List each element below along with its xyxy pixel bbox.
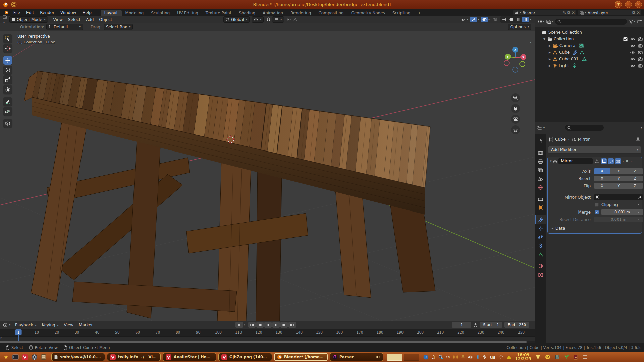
workspace-tab-animation[interactable]: Animation [259, 10, 287, 16]
eye-toggle[interactable] [630, 44, 635, 48]
merge-checkbox[interactable]: ✓ [595, 210, 599, 214]
flip-y-button[interactable]: Y [610, 183, 627, 189]
checkbox-toggle[interactable] [623, 37, 628, 41]
pivot-point-selector[interactable]: ▾ [252, 16, 264, 23]
realtime-display-toggle[interactable] [608, 158, 614, 164]
breadcrumb-object[interactable]: Cube [555, 137, 566, 142]
workspace-tab-rendering[interactable]: Rendering [287, 10, 315, 16]
taskbar-window-parsec[interactable]: Parsec [330, 353, 383, 361]
properties-tab-object-data[interactable] [535, 250, 546, 259]
flip-z-button[interactable]: Z [627, 183, 643, 189]
timeline-ruler[interactable]: 1020304050607080901001101201301401501601… [0, 329, 535, 336]
modifier-close-icon[interactable]: ✕ [626, 159, 629, 163]
new-collection-button[interactable] [637, 19, 642, 24]
outliner-row-camera[interactable]: ▶Camera [535, 42, 644, 49]
timeline-expand-arrow[interactable]: ▸ [1, 336, 2, 339]
window-titlebar[interactable]: Blender* [/home/amalie/Desktop/blender/b… [0, 0, 644, 9]
launcher-favorites-star[interactable]: ★ [2, 353, 10, 361]
unlink-scene-icon[interactable]: ✕ [572, 10, 575, 15]
workspace-tab-modeling[interactable]: Modeling [122, 10, 148, 16]
menu-view[interactable]: View [51, 17, 65, 22]
eyedropper-icon[interactable] [638, 195, 642, 199]
tray-calculator-icon[interactable] [555, 355, 559, 360]
workspace-tab-shading[interactable]: Shading [235, 10, 259, 16]
menu-window[interactable]: Window [57, 10, 79, 15]
tool-measure-button[interactable] [3, 107, 12, 116]
close-button[interactable]: ✕ [635, 1, 642, 8]
taskbar-clock[interactable]: 18:09 12/2/23 [515, 353, 531, 361]
preview-range-toggle[interactable] [473, 323, 478, 327]
new-viewlayer-icon[interactable]: ⧉ [632, 10, 635, 15]
orientation-selector[interactable]: Global ▾ [223, 16, 250, 23]
data-section-header[interactable]: ▸ Data [548, 225, 642, 231]
tray-wifi-icon[interactable] [498, 355, 503, 359]
properties-tab-collection[interactable] [535, 195, 546, 203]
remove-viewlayer-icon[interactable]: ✕ [637, 10, 640, 15]
properties-search-input[interactable] [565, 125, 604, 131]
tool-move-button[interactable] [3, 56, 12, 65]
shading-rendered-button[interactable] [522, 17, 529, 22]
breadcrumb-modifier[interactable]: Mirror [578, 137, 590, 142]
tool-add-cube-button[interactable] [3, 119, 12, 128]
properties-tab-constraints[interactable] [535, 241, 546, 250]
properties-options-chevron[interactable]: ▾ [641, 126, 642, 129]
tray-info-icon[interactable]: i [423, 355, 428, 360]
disclosure-arrow-icon[interactable]: ▶ [549, 64, 553, 67]
scene-selector[interactable]: ▾ Scene ✎ ⧉ ✕ [513, 10, 576, 15]
object-visibility-selector[interactable] [460, 17, 466, 22]
blender-menu-icon[interactable] [3, 11, 8, 15]
modifier-drag-handle[interactable]: ⠿ [631, 160, 633, 163]
playhead[interactable]: 1 [15, 329, 22, 335]
workspace-tab-layout[interactable]: Layout [101, 10, 122, 16]
navigation-gizmo[interactable]: Z X Y [502, 38, 529, 74]
render-display-toggle[interactable] [615, 158, 621, 164]
workspace-tab-compositing[interactable]: Compositing [315, 10, 347, 16]
timeline-menu-keying[interactable]: Keying ▾ [39, 323, 61, 327]
viewport-orthographic-button[interactable] [511, 125, 520, 134]
orientation-dropdown[interactable]: Default▾ [46, 24, 83, 30]
workspace-tab-texture-paint[interactable]: Texture Paint [202, 10, 235, 16]
launcher-vivaldi[interactable] [21, 353, 29, 361]
shading-material-button[interactable] [515, 17, 522, 22]
disclosure-arrow-icon[interactable]: ▼ [543, 38, 547, 41]
modifier-extras-chevron[interactable]: ▾ [623, 160, 624, 163]
properties-tab-physics[interactable] [535, 233, 546, 241]
tray-warning-icon[interactable] [506, 355, 512, 359]
tray-speaker-icon[interactable] [468, 355, 473, 359]
minimize-button[interactable]: − [625, 1, 632, 8]
add-workspace-button[interactable]: + [414, 10, 425, 16]
tool-scale-button[interactable] [3, 75, 12, 84]
tray-emoji-icon[interactable] [545, 354, 550, 360]
properties-tab-particles[interactable] [535, 224, 546, 233]
display-mode-button[interactable] [546, 20, 551, 24]
axis-y-button[interactable]: Y [610, 168, 627, 174]
disclosure-arrow-icon[interactable]: ▶ [549, 51, 553, 54]
outliner-search-input[interactable] [555, 19, 627, 25]
snap-toggle[interactable] [266, 17, 271, 22]
jump-start-button[interactable] [248, 322, 256, 328]
eye-toggle[interactable] [630, 64, 635, 68]
filter-button[interactable] [629, 20, 633, 24]
camera-toggle[interactable] [638, 44, 643, 48]
menu-select[interactable]: Select [65, 17, 83, 22]
workspace-tab-geometry-nodes[interactable]: Geometry Nodes [347, 10, 389, 16]
camera-toggle[interactable] [638, 64, 643, 68]
workspace-1[interactable] [387, 354, 402, 361]
launcher-terminal[interactable] [11, 353, 19, 361]
disclosure-arrow-icon[interactable]: ▶ [549, 58, 553, 61]
sidebar-collapse-arrow[interactable]: ‹ [530, 40, 531, 45]
add-modifier-button[interactable]: Add Modifier ▾ [548, 146, 641, 154]
taskbar-window-twilyinfo[interactable]: twily.info ~/ - Viva... [107, 353, 161, 361]
tray-bluetooth-icon[interactable] [476, 355, 479, 359]
tray-lamp-icon[interactable] [536, 355, 540, 360]
play-button[interactable] [272, 322, 280, 328]
eye-toggle[interactable] [630, 51, 635, 54]
tool-cursor-button[interactable] [3, 44, 12, 53]
tool-rotate-button[interactable] [3, 66, 12, 74]
tool-select-box-button[interactable] [3, 34, 12, 43]
bisect-y-button[interactable]: Y [610, 176, 627, 181]
prev-keyframe-button[interactable] [256, 322, 264, 328]
bisect-distance-field[interactable]: 0.001 m [594, 217, 643, 222]
flip-x-button[interactable]: X [594, 183, 610, 189]
menu-help[interactable]: Help [79, 10, 94, 15]
